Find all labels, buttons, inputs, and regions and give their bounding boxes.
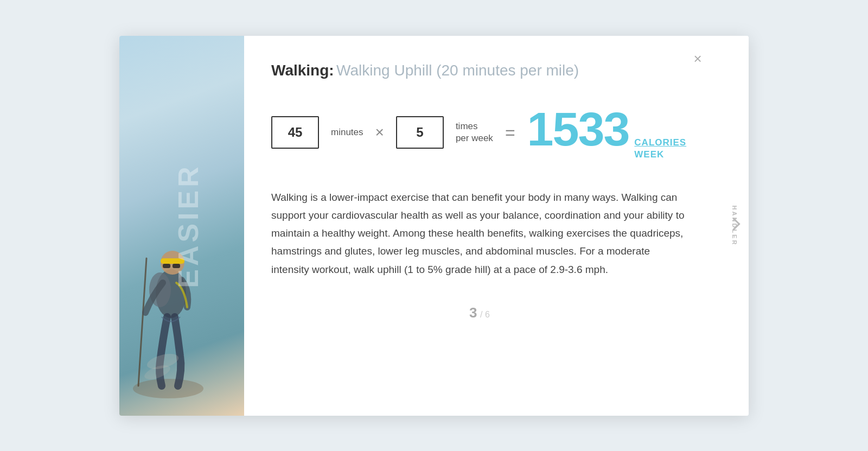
svg-point-0 <box>133 379 203 398</box>
times-per-week-label: times per week <box>456 120 493 144</box>
calories-label-group: CALORIES WEEK <box>634 137 686 160</box>
calories-value: 1533 <box>527 105 629 153</box>
multiply-operator: × <box>375 124 384 141</box>
activity-title-row: Walking: Walking Uphill (20 minutes per … <box>271 62 688 79</box>
minutes-input[interactable] <box>271 116 319 149</box>
activity-title-bold: Walking: <box>271 62 334 79</box>
activity-title-light: Walking Uphill (20 minutes per mile) <box>336 62 579 79</box>
calorie-calculator: minutes × times per week = 1533 CALORIES… <box>271 105 688 160</box>
chevron-right-icon <box>727 217 742 232</box>
calories-result: 1533 CALORIES WEEK <box>527 105 687 160</box>
equals-sign: = <box>505 123 515 143</box>
close-button[interactable]: × <box>688 49 707 68</box>
activity-card: EASIER × Walking: Walking Uphill (20 min… <box>119 36 749 416</box>
vertical-brand-text: EASIER <box>172 163 205 288</box>
next-button[interactable]: HANDLER <box>720 36 749 416</box>
pagination: 3 / 6 <box>271 304 688 321</box>
total-pages: / 6 <box>480 310 490 319</box>
left-image-panel: EASIER <box>119 36 244 416</box>
activity-description: Walking is a lower-impact exercise that … <box>271 188 688 278</box>
minutes-label: minutes <box>331 127 363 138</box>
times-per-week-input[interactable] <box>396 116 444 149</box>
current-page: 3 <box>469 304 477 321</box>
calories-label-bottom: WEEK <box>634 149 686 160</box>
main-content: × Walking: Walking Uphill (20 minutes pe… <box>244 36 720 416</box>
calories-label-top: CALORIES <box>634 137 686 148</box>
svg-rect-5 <box>163 264 170 268</box>
svg-line-1 <box>138 258 146 386</box>
